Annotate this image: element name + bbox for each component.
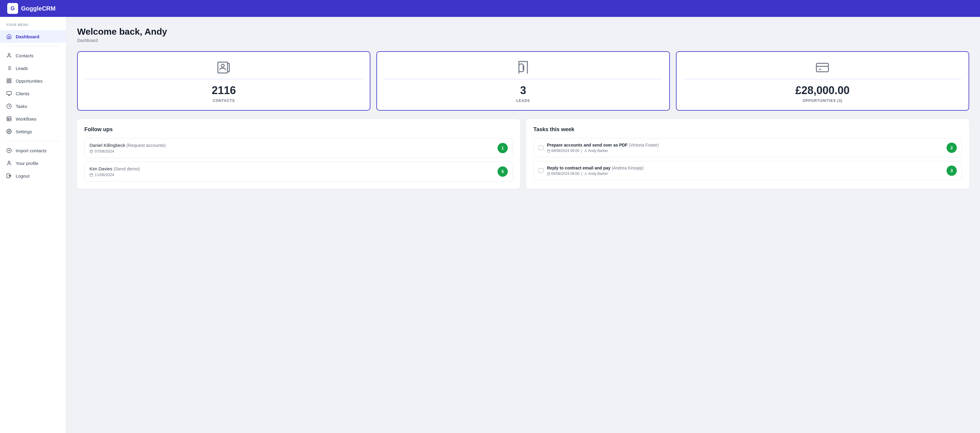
profile-icon: [6, 160, 12, 166]
sidebar-item-dashboard[interactable]: Dashboard: [0, 30, 66, 43]
stat-card-leads[interactable]: 3 LEADS: [376, 51, 670, 111]
opportunities-stat-icon: [815, 60, 830, 75]
dashboard-icon: [6, 34, 12, 40]
followup-info-2: Kim Davies (Send demo) 11/08/2024: [89, 166, 494, 177]
followup-item-1[interactable]: Daniel Killingbeck (Request accounts) 07…: [84, 138, 513, 158]
task-name-1: Prepare accounts and send over as PDF (V…: [547, 143, 943, 147]
svg-point-44: [585, 150, 586, 151]
followup-info-1: Daniel Killingbeck (Request accounts) 07…: [89, 143, 494, 153]
stat-card-divider: [85, 79, 363, 79]
svg-rect-40: [547, 150, 550, 152]
contacts-label: CONTACTS: [213, 99, 235, 103]
stat-card-divider-3: [684, 79, 961, 79]
sidebar-divider-2: [6, 141, 60, 141]
contacts-value: 2116: [212, 84, 236, 97]
svg-rect-9: [10, 81, 11, 83]
task-meta-2: 09/08/2024 09:00 | Andy Barker: [547, 172, 943, 176]
bottom-panels: Follow ups Daniel Killingbeck (Request a…: [77, 119, 969, 189]
svg-rect-8: [10, 79, 11, 80]
task-badge-1: 2: [947, 143, 957, 153]
svg-point-0: [8, 53, 10, 55]
svg-rect-29: [816, 63, 829, 72]
sidebar-label-clients: Clients: [16, 91, 30, 96]
sidebar-item-import-contacts[interactable]: Import contacts: [0, 144, 66, 157]
task-item-2[interactable]: Reply to contract email and pay (Andrea …: [533, 161, 962, 180]
sidebar-item-logout[interactable]: Logout: [0, 169, 66, 182]
followup-name-1: Daniel Killingbeck (Request accounts): [89, 143, 494, 148]
svg-point-19: [8, 131, 10, 133]
followups-title: Follow ups: [84, 126, 513, 133]
leads-icon: [6, 65, 12, 71]
sidebar-label-contacts: Contacts: [16, 53, 33, 58]
contacts-icon: [6, 53, 12, 59]
task-meta-1: 08/08/2024 09:00 | Andy Barker: [547, 149, 943, 153]
task-info-1: Prepare accounts and send over as PDF (V…: [547, 143, 943, 153]
followup-date-1: 07/08/2024: [89, 149, 494, 153]
svg-point-23: [8, 161, 10, 163]
svg-point-27: [221, 64, 224, 67]
sidebar-label-logout: Logout: [16, 173, 30, 179]
sidebar-label-import-contacts: Import contacts: [16, 148, 47, 153]
svg-point-49: [585, 173, 586, 174]
sidebar: YOUR MENU Dashboard Contacts: [0, 17, 66, 433]
sidebar-section-label: YOUR MENU: [0, 23, 66, 30]
leads-value: 3: [520, 84, 526, 97]
breadcrumb: Dashboard: [77, 38, 969, 43]
followup-badge-2: 5: [498, 166, 508, 177]
sidebar-label-your-profile: Your profile: [16, 161, 38, 166]
sidebar-label-opportunities: Opportunities: [16, 78, 43, 83]
opportunities-icon: [6, 78, 12, 84]
tasks-panel: Tasks this week Prepare accounts and sen…: [526, 119, 969, 189]
stat-cards: 2116 CONTACTS 3 LEADS: [77, 51, 969, 111]
sidebar-label-workflows: Workflows: [16, 117, 37, 121]
sidebar-label-settings: Settings: [16, 129, 32, 134]
followups-panel: Follow ups Daniel Killingbeck (Request a…: [77, 119, 520, 189]
logout-icon: [6, 173, 12, 179]
task-item-1[interactable]: Prepare accounts and send over as PDF (V…: [533, 138, 962, 157]
logo-icon: G: [7, 3, 18, 14]
task-checkbox-2[interactable]: [539, 168, 543, 173]
page-title: Welcome back, Andy: [77, 27, 969, 37]
task-info-2: Reply to contract email and pay (Andrea …: [547, 166, 943, 176]
task-badge-2: 3: [947, 166, 957, 176]
stat-card-divider-2: [384, 79, 662, 79]
import-contacts-icon: [6, 147, 12, 153]
tasks-icon: [6, 103, 12, 109]
main-content: Welcome back, Andy Dashboard 2116 CONTAC…: [66, 17, 980, 433]
sidebar-item-your-profile[interactable]: Your profile: [0, 157, 66, 169]
followup-name-2: Kim Davies (Send demo): [89, 166, 494, 171]
svg-rect-10: [7, 81, 8, 83]
settings-icon: [6, 128, 12, 134]
leads-label: LEADS: [516, 99, 530, 103]
sidebar-item-workflows[interactable]: Workflows: [0, 112, 66, 125]
sidebar-divider-1: [6, 46, 60, 46]
svg-rect-11: [7, 91, 11, 95]
opportunities-label: OPPORTUNITIES (3): [802, 99, 842, 103]
svg-rect-32: [90, 150, 93, 153]
svg-rect-15: [7, 117, 11, 121]
sidebar-item-tasks[interactable]: Tasks: [0, 100, 66, 112]
svg-rect-36: [90, 174, 93, 176]
tasks-title: Tasks this week: [533, 126, 962, 133]
workflows-icon: [6, 116, 12, 122]
sidebar-label-dashboard: Dashboard: [16, 34, 39, 39]
sidebar-label-tasks: Tasks: [16, 104, 27, 109]
contacts-stat-icon: [217, 60, 231, 75]
logo[interactable]: G GoggleCRM: [7, 3, 56, 14]
sidebar-label-leads: Leads: [16, 66, 28, 71]
svg-rect-45: [547, 173, 550, 175]
sidebar-item-opportunities[interactable]: Opportunities: [0, 75, 66, 87]
top-header: G GoggleCRM: [0, 0, 980, 17]
sidebar-item-leads[interactable]: Leads: [0, 62, 66, 75]
stat-card-contacts[interactable]: 2116 CONTACTS: [77, 51, 371, 111]
stat-card-opportunities[interactable]: £28,000.00 OPPORTUNITIES (3): [676, 51, 969, 111]
followup-date-2: 11/08/2024: [89, 173, 494, 177]
followup-item-2[interactable]: Kim Davies (Send demo) 11/08/2024 5: [84, 161, 513, 182]
task-name-2: Reply to contract email and pay (Andrea …: [547, 166, 943, 170]
sidebar-item-contacts[interactable]: Contacts: [0, 49, 66, 62]
sidebar-item-clients[interactable]: Clients: [0, 87, 66, 100]
clients-icon: [6, 91, 12, 96]
app-name: GoggleCRM: [21, 5, 56, 12]
task-checkbox-1[interactable]: [539, 145, 543, 150]
sidebar-item-settings[interactable]: Settings: [0, 125, 66, 138]
